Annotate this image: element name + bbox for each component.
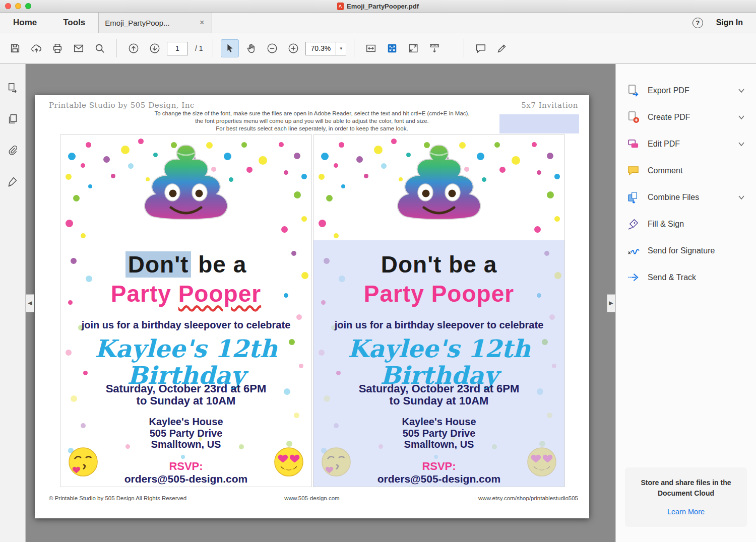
- organize-pages-button[interactable]: [4, 110, 21, 127]
- chevron-down-icon[interactable]: [738, 140, 745, 149]
- print-button[interactable]: [48, 39, 67, 57]
- tab-tools[interactable]: Tools: [50, 13, 98, 33]
- previous-panel-arrow[interactable]: ◀: [26, 294, 34, 312]
- tool-edit-pdf[interactable]: Edit PDF: [616, 130, 756, 157]
- search-icon: [94, 43, 105, 54]
- export-page-button[interactable]: [4, 79, 21, 96]
- send-signature-icon: [627, 244, 640, 257]
- invite-title-line2: Party Pooper: [60, 281, 311, 307]
- attachments-button[interactable]: [4, 142, 21, 159]
- tool-export-pdf[interactable]: Export PDF: [616, 77, 756, 104]
- invite-title-line1: Don't be a: [313, 252, 564, 278]
- search-button[interactable]: [91, 39, 109, 57]
- tab-document[interactable]: Emoji_PartyPoop... ×: [98, 13, 212, 33]
- zoom-in-button[interactable]: [284, 39, 302, 57]
- cursor-arrow-icon: [224, 43, 235, 54]
- left-tool-rail: [0, 64, 26, 542]
- text-selection-highlight: [499, 114, 579, 133]
- rainbow-poop-emoji: [389, 142, 489, 239]
- select-tool-button[interactable]: [221, 39, 239, 57]
- zoom-out-button[interactable]: [263, 39, 281, 57]
- invite-rsvp-label: RSVP:: [313, 460, 564, 472]
- ruler-scroll-icon: [429, 43, 440, 54]
- save-button[interactable]: [6, 39, 24, 57]
- invite-address-line2: 505 Party Drive: [313, 428, 564, 439]
- next-page-button[interactable]: [146, 39, 164, 57]
- page-number-input[interactable]: [167, 42, 188, 55]
- invite-subtitle: join us for a birthday sleepover to cele…: [60, 319, 311, 330]
- document-cloud-promo: Store and share files in the Document Cl…: [625, 467, 747, 527]
- learn-more-link[interactable]: Learn More: [667, 507, 705, 518]
- next-panel-arrow[interactable]: ▶: [607, 294, 615, 312]
- comment-tool-button[interactable]: [472, 39, 490, 57]
- page-footer-right: www.etsy.com/shop/printablestudio505: [478, 495, 578, 501]
- close-tab-icon[interactable]: ×: [198, 18, 206, 27]
- page-total-label: / 1: [195, 44, 203, 52]
- page-scrolling-button[interactable]: [425, 39, 444, 57]
- highlight-tool-button[interactable]: [493, 39, 511, 57]
- fit-width-button[interactable]: [362, 39, 380, 57]
- share-button[interactable]: [27, 39, 45, 57]
- page-header-left: Printable Studio by 505 Design, Inc: [49, 101, 195, 110]
- toolbar-separator: [464, 39, 464, 57]
- invite-address-line1: Kaylee's House: [313, 416, 564, 427]
- export-pdf-icon: [627, 84, 640, 97]
- toolbar-separator: [354, 39, 354, 57]
- tool-fill-sign[interactable]: Fill & Sign: [616, 211, 756, 237]
- invite-birthday-name: Kaylee's 12th Birthday: [313, 335, 564, 389]
- fill-sign-icon: [627, 218, 640, 230]
- tool-combine-files[interactable]: Combine Files: [616, 184, 756, 211]
- tab-bar: Home Tools Emoji_PartyPoop... × ? Sign I…: [0, 13, 756, 33]
- chevron-down-icon[interactable]: [738, 86, 745, 95]
- invite-title-line1: Don't be a: [60, 252, 311, 278]
- tool-create-pdf[interactable]: Create PDF: [616, 104, 756, 130]
- actual-size-button[interactable]: [383, 39, 401, 57]
- cloud-upload-icon: [31, 43, 42, 54]
- invite-subtitle: join us for a birthday sleepover to cele…: [313, 319, 564, 330]
- close-window-button[interactable]: [5, 3, 11, 9]
- tool-send-track[interactable]: Send & Track: [616, 264, 756, 291]
- actual-size-icon: [387, 43, 398, 54]
- chevron-down-icon[interactable]: [738, 193, 745, 202]
- hand-icon: [245, 43, 257, 54]
- arrow-up-circle-icon: [128, 43, 139, 54]
- highlighter-pen-icon: [496, 43, 508, 54]
- invite-address-line1: Kaylee's House: [60, 416, 311, 427]
- invite-title-line2: Party Pooper: [313, 281, 564, 307]
- toolbar: / 1 70.3% ▾: [0, 33, 756, 64]
- chevron-down-icon[interactable]: [738, 113, 745, 122]
- edit-pdf-icon: [627, 138, 640, 150]
- copy-pages-icon: [7, 113, 18, 124]
- invite-address-line2: 505 Party Drive: [60, 428, 311, 439]
- signature-panel-button[interactable]: [4, 173, 21, 190]
- tab-home[interactable]: Home: [0, 13, 50, 33]
- fit-width-icon: [365, 43, 376, 54]
- rainbow-poop-emoji: [136, 142, 236, 239]
- invitation-card-right: Don't be a Party Pooper join us for a bi…: [313, 134, 565, 487]
- tool-send-for-signature[interactable]: Send for Signature: [616, 237, 756, 264]
- invite-birthday-name: Kaylee's 12th Birthday: [60, 335, 311, 389]
- invite-address-line3: Smalltown, US: [313, 439, 564, 450]
- pdf-file-icon: [337, 3, 344, 10]
- zoom-window-button[interactable]: [25, 3, 31, 9]
- email-button[interactable]: [70, 39, 88, 57]
- page-export-icon: [7, 82, 18, 93]
- window-title-area: Emoji_PartyPooper.pdf: [0, 0, 756, 12]
- full-screen-button[interactable]: [404, 39, 422, 57]
- invitation-card-left: Don't be a Party Pooper join us for a bi…: [60, 134, 312, 487]
- help-icon[interactable]: ?: [692, 18, 703, 28]
- chevron-down-icon[interactable]: ▾: [336, 42, 346, 55]
- sign-in-button[interactable]: Sign In: [716, 18, 743, 27]
- invite-address-line3: Smalltown, US: [60, 439, 311, 450]
- zoom-level-dropdown[interactable]: 70.3% ▾: [305, 42, 347, 55]
- minimize-window-button[interactable]: [15, 3, 21, 9]
- document-area: ◀ ▶ Printable Studio by 505 Design, Inc …: [26, 64, 615, 542]
- tool-comment[interactable]: Comment: [616, 157, 756, 184]
- hand-tool-button[interactable]: [242, 39, 260, 57]
- invite-rsvp-label: RSVP:: [60, 460, 311, 472]
- tab-document-label: Emoji_PartyPoop...: [105, 19, 169, 27]
- previous-page-button[interactable]: [124, 39, 143, 57]
- invite-rsvp-email: orders@505-design.com: [60, 473, 311, 485]
- send-track-icon: [627, 271, 640, 284]
- paperclip-icon: [7, 145, 18, 156]
